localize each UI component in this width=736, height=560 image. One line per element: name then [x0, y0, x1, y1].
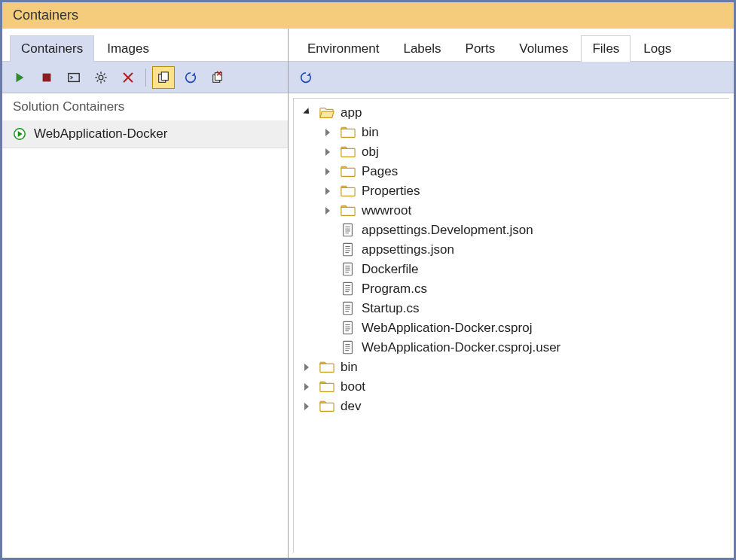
- refresh-button[interactable]: [179, 66, 202, 89]
- tree-node-label: bin: [341, 360, 358, 375]
- tree-folder[interactable]: wwwroot: [322, 201, 729, 221]
- folder-closed-icon: [319, 379, 334, 394]
- right-panel: EnvironmentLabelsPortsVolumesFilesLogs a…: [289, 29, 734, 558]
- tree-folder[interactable]: bin: [301, 358, 729, 377]
- tab-label: Ports: [466, 41, 496, 56]
- tree-node-label: Program.cs: [362, 282, 427, 297]
- tab-label: Images: [107, 41, 149, 56]
- container-list: WebApplication-Docker: [2, 120, 288, 148]
- refresh-button[interactable]: [295, 66, 317, 89]
- stop-button[interactable]: [35, 66, 58, 89]
- tab-label: Logs: [643, 41, 671, 56]
- close-multi-icon: [211, 71, 224, 84]
- refresh-icon: [184, 71, 197, 84]
- left-tabstrip: ContainersImages: [2, 29, 288, 62]
- chevron-right-icon[interactable]: [304, 363, 313, 372]
- tree-folder[interactable]: dev: [301, 397, 729, 416]
- chevron-right-icon[interactable]: [304, 402, 313, 411]
- chevron-right-icon[interactable]: [304, 382, 313, 391]
- chevron-right-icon[interactable]: [325, 148, 334, 157]
- title-bar: Containers: [2, 2, 734, 29]
- right-tab-logs[interactable]: Logs: [632, 35, 683, 62]
- left-toolbar: [2, 62, 288, 93]
- right-tab-ports[interactable]: Ports: [454, 35, 507, 62]
- tree-node-label: Dockerfile: [362, 262, 419, 277]
- tree-file[interactable]: appsettings.Development.json: [322, 221, 729, 240]
- tree-node-label: bin: [362, 125, 379, 140]
- left-tab-images[interactable]: Images: [96, 35, 160, 62]
- tree-file[interactable]: appsettings.json: [322, 240, 729, 260]
- tree-node-label: app: [341, 105, 362, 120]
- folder-closed-icon: [319, 360, 334, 375]
- play-icon: [13, 71, 26, 84]
- chevron-right-icon[interactable]: [325, 187, 334, 196]
- tree-node-label: Properties: [362, 184, 420, 199]
- file-icon: [341, 282, 356, 297]
- tree-node-label: Startup.cs: [362, 301, 420, 316]
- stop-icon: [40, 71, 53, 84]
- folder-closed-icon: [319, 399, 334, 414]
- tree-node-label: appsettings.Development.json: [362, 223, 533, 238]
- tree-folder[interactable]: obj: [322, 142, 729, 162]
- file-icon: [341, 340, 356, 355]
- left-tab-containers[interactable]: Containers: [10, 35, 94, 62]
- tree-node-label: appsettings.json: [362, 242, 454, 257]
- left-panel: ContainersImages Solution Containers Web…: [2, 29, 289, 558]
- tree-file[interactable]: WebApplication-Docker.csproj: [322, 318, 729, 338]
- file-icon: [341, 262, 356, 277]
- file-icon: [341, 301, 356, 316]
- terminal-button[interactable]: [63, 66, 85, 89]
- folder-closed-icon: [341, 164, 356, 179]
- file-icon: [341, 223, 356, 238]
- tree-folder[interactable]: Pages: [322, 162, 729, 181]
- tree-file[interactable]: Program.cs: [322, 279, 729, 299]
- play-button[interactable]: [8, 66, 31, 89]
- right-tab-environment[interactable]: Environment: [296, 35, 390, 62]
- right-tab-volumes[interactable]: Volumes: [508, 35, 579, 62]
- tree-folder[interactable]: boot: [301, 377, 729, 397]
- tree-node-label: WebApplication-Docker.csproj: [362, 321, 532, 336]
- toolbar-separator: [145, 68, 146, 87]
- right-tab-labels[interactable]: Labels: [392, 35, 452, 62]
- container-name: WebApplication-Docker: [34, 126, 167, 142]
- tree-node-label: wwwroot: [362, 203, 411, 218]
- tab-label: Containers: [21, 41, 83, 56]
- file-tree-wrap: appbinobjPagesPropertieswwwrootappsettin…: [293, 98, 729, 553]
- chevron-right-icon[interactable]: [325, 128, 334, 137]
- folder-open-icon: [319, 105, 334, 120]
- tab-label: Volumes: [519, 41, 568, 56]
- right-toolbar: [289, 62, 734, 93]
- tree-folder[interactable]: Properties: [322, 181, 729, 201]
- chevron-right-icon[interactable]: [325, 206, 334, 215]
- window-title: Containers: [13, 8, 78, 23]
- tree-file[interactable]: WebApplication-Docker.csproj.user: [322, 338, 729, 358]
- file-icon: [341, 321, 356, 336]
- gear-icon: [94, 71, 108, 84]
- chevron-down-icon[interactable]: [304, 108, 313, 117]
- delete-icon: [121, 71, 135, 84]
- copy-button[interactable]: [152, 66, 175, 89]
- file-tree: appbinobjPagesPropertieswwwrootappsettin…: [294, 103, 729, 416]
- tree-folder[interactable]: app: [301, 103, 729, 123]
- tab-label: Environment: [307, 41, 379, 56]
- tab-label: Files: [592, 41, 619, 56]
- folder-closed-icon: [341, 145, 356, 160]
- copy-icon: [157, 71, 170, 84]
- section-label: Solution Containers: [2, 93, 288, 120]
- right-tab-files[interactable]: Files: [581, 35, 631, 62]
- folder-closed-icon: [341, 203, 356, 218]
- tree-folder[interactable]: bin: [322, 123, 729, 142]
- gear-button[interactable]: [90, 66, 112, 89]
- container-item[interactable]: WebApplication-Docker: [2, 120, 288, 148]
- right-tabstrip: EnvironmentLabelsPortsVolumesFilesLogs: [289, 29, 734, 62]
- refresh-icon: [299, 71, 313, 84]
- tree-file[interactable]: Dockerfile: [322, 260, 729, 279]
- tree-file[interactable]: Startup.cs: [322, 299, 729, 318]
- tree-node-label: boot: [341, 379, 365, 394]
- delete-button[interactable]: [117, 66, 139, 89]
- tree-node-label: dev: [341, 399, 361, 414]
- file-icon: [341, 242, 356, 257]
- tree-node-label: obj: [362, 145, 379, 160]
- chevron-right-icon[interactable]: [325, 167, 334, 176]
- close-multi-button[interactable]: [206, 66, 229, 89]
